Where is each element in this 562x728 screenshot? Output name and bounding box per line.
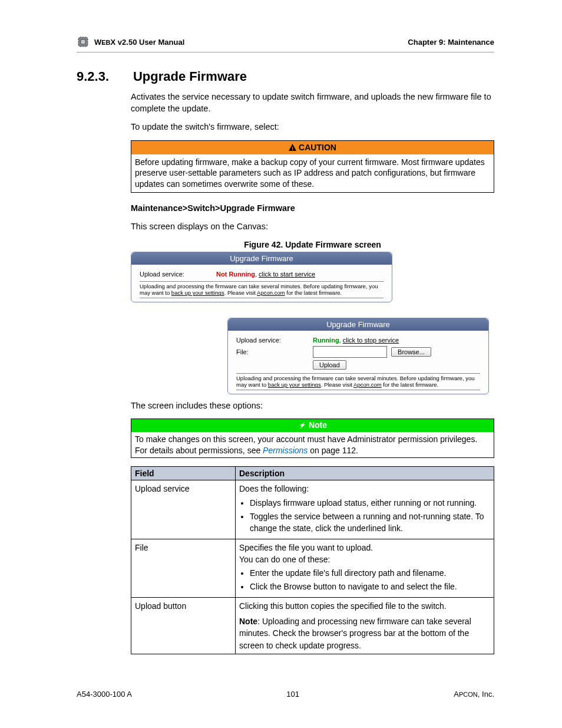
section-heading: 9.2.3. Upgrade Firmware [77, 69, 494, 84]
header-left: WEBX v2.50 User Manual [77, 35, 184, 48]
permissions-link[interactable]: Permissions [263, 446, 308, 455]
chip-icon [77, 35, 90, 48]
upload-status-2: Running, click to stop service [313, 337, 399, 344]
footer-page-number: 101 [286, 690, 299, 699]
table-row: Upload service Does the following: Displ… [131, 480, 494, 539]
svg-text:!: ! [292, 146, 293, 151]
backup-link[interactable]: back up your settings [171, 289, 224, 296]
panel-hint: Uploading and processing the firmware ca… [140, 281, 384, 299]
backup-link-2[interactable]: back up your settings [268, 381, 321, 388]
start-service-link[interactable]: click to start service [259, 271, 315, 278]
options-intro: The screen includes these options: [131, 400, 494, 412]
browse-button[interactable]: Browse... [391, 347, 431, 357]
table-row: Upload button Clicking this button copie… [131, 597, 494, 654]
note-icon [298, 421, 306, 431]
caution-box: ! CAUTION Before updating firmware, make… [131, 140, 494, 193]
section-number: 9.2.3. [77, 69, 131, 84]
note-header: Note [131, 419, 494, 432]
figure-caption: Figure 42. Update Firmware screen [131, 240, 494, 249]
file-label: File: [236, 348, 313, 355]
upload-service-label: Upload service: [140, 271, 216, 278]
breadcrumb-path: Maintenance>Switch>Upgrade Firmware [131, 203, 494, 213]
panel-title-2: Upgrade Firmware [228, 318, 488, 331]
svg-rect-1 [81, 39, 85, 44]
caution-header: ! CAUTION [131, 141, 494, 154]
firmware-panels: Upgrade Firmware Upload service: Not Run… [131, 252, 494, 393]
panel-not-running: Upgrade Firmware Upload service: Not Run… [131, 252, 392, 303]
upload-service-label-2: Upload service: [236, 337, 313, 344]
apcon-link-2[interactable]: Apcon.com [353, 381, 382, 388]
panel-hint-2: Uploading and processing the firmware ca… [236, 373, 480, 391]
note-box: Note To make changes on this screen, you… [131, 419, 494, 458]
stop-service-link[interactable]: click to stop service [343, 337, 399, 344]
page-header: WEBX v2.50 User Manual Chapter 9: Mainte… [77, 35, 494, 52]
page-footer: A54-3000-100 A 101 APCON, Inc. [77, 690, 494, 699]
footer-company: APCON, Inc. [454, 690, 494, 699]
product-name: WEBX v2.50 User Manual [94, 38, 184, 47]
section-title: Upgrade Firmware [133, 69, 247, 84]
th-field: Field [131, 467, 236, 480]
warning-icon: ! [289, 143, 296, 153]
canvas-line: This screen displays on the Canvas: [131, 221, 494, 233]
upload-status: Not Running, click to start service [216, 271, 315, 278]
panel-running: Upgrade Firmware Upload service: Running… [227, 318, 489, 395]
upload-button[interactable]: Upload [313, 360, 346, 370]
note-text: To make changes on this screen, your acc… [131, 432, 494, 457]
table-row: File Specifies the file you want to uplo… [131, 539, 494, 597]
field-description-table: Field Description Upload service Does th… [131, 466, 494, 654]
footer-doc-id: A54-3000-100 A [77, 690, 132, 699]
chapter-label: Chapter 9: Maintenance [408, 38, 494, 47]
intro-paragraph-1: Activates the service necessary to updat… [131, 91, 494, 114]
caution-text: Before updating firmware, make a backup … [131, 154, 494, 192]
svg-marker-16 [299, 422, 305, 429]
panel-title: Upgrade Firmware [131, 252, 392, 265]
intro-paragraph-2: To update the switch's firmware, select: [131, 121, 494, 133]
apcon-link[interactable]: Apcon.com [257, 289, 285, 296]
th-description: Description [236, 467, 494, 480]
file-path-input[interactable] [313, 346, 387, 358]
